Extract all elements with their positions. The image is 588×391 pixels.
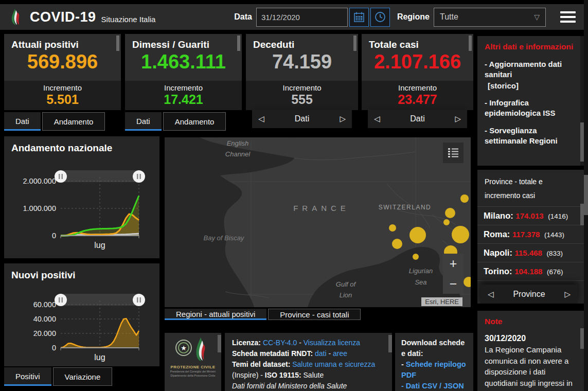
tab-andamento[interactable]: Andamento	[163, 112, 226, 131]
carousel-prev-icon[interactable]: ◁	[488, 290, 494, 299]
tab-variazione[interactable]: Variazione	[53, 367, 113, 386]
tab-dati[interactable]: Dati	[125, 112, 162, 131]
y-tick-label: 1.000.000	[23, 204, 56, 212]
carousel-label: Dati	[410, 114, 424, 123]
card-increment-section: Incremento 23.477	[362, 81, 473, 110]
page-scrollbar[interactable]	[584, 0, 588, 391]
zoom-in-button[interactable]: +	[443, 254, 464, 274]
map-label: Sea	[415, 278, 426, 286]
range-slider-handle[interactable]	[133, 170, 145, 183]
new-cases-tabs: Positivi Variazione	[4, 367, 112, 386]
increment-value: 23.477	[362, 92, 473, 107]
increment-value: 17.421	[125, 92, 242, 107]
view-license-link[interactable]: Visualizza licenza	[304, 339, 360, 347]
region-bubble[interactable]	[409, 227, 426, 243]
scrollbar-thumb[interactable]	[353, 35, 357, 51]
scrollbar-thumb[interactable]	[580, 204, 584, 225]
scrollbar-thumb[interactable]	[116, 35, 119, 51]
covid-dashboard: COVID-19 Situazione Italia Data Regione …	[0, 0, 588, 391]
trend-title: Andamento nazionale	[4, 136, 159, 154]
scrollbar-thumb[interactable]	[218, 335, 221, 352]
info-link-infografica[interactable]: - Infografica epidemiologica ISS	[485, 98, 575, 118]
info-link-storico[interactable]: [storico]	[485, 81, 575, 91]
metadata-line: Scheda metadati RNDT: dati - aree	[232, 348, 385, 359]
info-link-sorveglianza[interactable]: - Sorveglianza settimanale Regioni	[485, 126, 575, 146]
license-line: Licenza: CC-BY-4.0 - Visualizza licenza	[232, 337, 385, 348]
scrollbar-thumb[interactable]	[388, 335, 392, 352]
tab-province-totali[interactable]: Province - casi totali	[268, 309, 361, 320]
range-slider-handle[interactable]	[55, 170, 67, 183]
download-pdf-link[interactable]: - Schede riepilogo PDF	[401, 359, 467, 381]
menu-icon[interactable]	[560, 11, 576, 23]
map-panel: EnglishChannelFRANCESWITZERLANDBay of Bi…	[165, 137, 471, 307]
map-canvas[interactable]: EnglishChannelFRANCESWITZERLANDBay of Bi…	[165, 137, 471, 307]
carousel-prev-icon[interactable]: ◁	[374, 114, 380, 123]
card-value: 569.896	[4, 51, 121, 73]
app-logo	[8, 8, 24, 26]
app-title: COVID-19	[30, 9, 96, 25]
carousel-prev-icon[interactable]: ◁	[258, 114, 264, 123]
new-cases-panel: Nuovi positivi 020.00040.00060.000lug	[4, 263, 159, 366]
y-tick-label: 0	[52, 232, 56, 240]
aree-link[interactable]: aree	[333, 349, 347, 358]
increment-label: Incremento	[4, 83, 121, 92]
x-axis-label: lug	[94, 353, 105, 362]
region-bubble[interactable]	[413, 254, 419, 260]
increment-label: Incremento	[125, 83, 242, 92]
region-bubble[interactable]	[445, 208, 455, 218]
carousel-next-icon[interactable]: ▷	[564, 290, 571, 299]
increment-value: 5.501	[4, 92, 121, 107]
region-bubble[interactable]	[460, 194, 469, 203]
page-scrollbar-thumb[interactable]	[584, 175, 588, 215]
increment-label: Incremento	[362, 83, 473, 92]
salute-link[interactable]: Salute umana e sicurezza	[292, 360, 375, 368]
tab-regioni-attuali[interactable]: Regioni - attuali positivi	[165, 309, 266, 320]
new-cases-chart-canvas[interactable]: 020.00040.00060.000lug	[4, 281, 159, 367]
y-tick-label: 2.000.000	[23, 177, 56, 185]
x-axis-label: lug	[94, 241, 105, 250]
dati-link[interactable]: dati	[315, 349, 327, 358]
license-link[interactable]: CC-BY-4.0	[263, 339, 297, 347]
y-tick-label: 40.000	[33, 315, 56, 323]
carousel-label: Dati	[295, 114, 309, 123]
scrollbar-thumb[interactable]	[580, 122, 584, 162]
time-button[interactable]	[370, 8, 390, 27]
tab-andamento[interactable]: Andamento	[42, 112, 105, 131]
region-bubble[interactable]	[443, 219, 450, 225]
region-bubble[interactable]	[392, 239, 402, 249]
map-label: Gulf of	[336, 280, 357, 288]
scrollbar[interactable]	[580, 36, 584, 166]
range-slider-handle[interactable]	[133, 294, 145, 306]
card-title: Totale casi	[362, 34, 473, 50]
region-bubble[interactable]	[389, 224, 396, 232]
tab-positivi[interactable]: Positivi	[4, 367, 51, 386]
provinces-carousel: ◁ Province ▷	[480, 285, 578, 304]
province-row: Roma: 117.378 (1443)	[477, 225, 584, 243]
region-bubble[interactable]	[452, 226, 469, 243]
tab-dati[interactable]: Dati	[4, 112, 41, 131]
y-tick-label: 0	[52, 344, 56, 352]
scrollbar-thumb[interactable]	[469, 35, 472, 51]
info-title: Altri dati e informazioni	[485, 42, 575, 51]
carousel-next-icon[interactable]: ▷	[455, 114, 461, 123]
date-input[interactable]	[256, 8, 348, 27]
trend-chart-canvas[interactable]: 01.000.0002.000.000lug	[4, 154, 159, 258]
note-text: La Regione Campania comunica di non aver…	[485, 344, 576, 388]
layers-button[interactable]	[443, 143, 464, 163]
card-deceduti: Deceduti 74.159 Incremento 555	[246, 34, 358, 110]
province-row: Torino: 104.188 (676)	[477, 262, 584, 280]
range-slider-handle[interactable]	[55, 294, 67, 306]
carousel-next-icon[interactable]: ▷	[340, 114, 346, 123]
download-csv-link[interactable]: - Dati CSV / JSON	[401, 381, 467, 391]
app-subtitle: Situazione Italia	[101, 15, 156, 24]
region-dropdown[interactable]: Tutte ▽	[434, 8, 546, 27]
calendar-icon	[353, 11, 365, 23]
calendar-button[interactable]	[349, 8, 369, 27]
zoom-out-button[interactable]: −	[443, 274, 464, 294]
info-link-aggiornamento[interactable]: - Aggiornamento dati sanitari	[485, 59, 575, 80]
scrollbar-thumb[interactable]	[580, 328, 584, 349]
download-title: Download schede e dati:	[401, 337, 467, 359]
scrollbar-thumb[interactable]	[237, 35, 240, 51]
map-label: Bay of Biscay	[204, 234, 245, 242]
new-cases-title: Nuovi positivi	[4, 263, 159, 281]
